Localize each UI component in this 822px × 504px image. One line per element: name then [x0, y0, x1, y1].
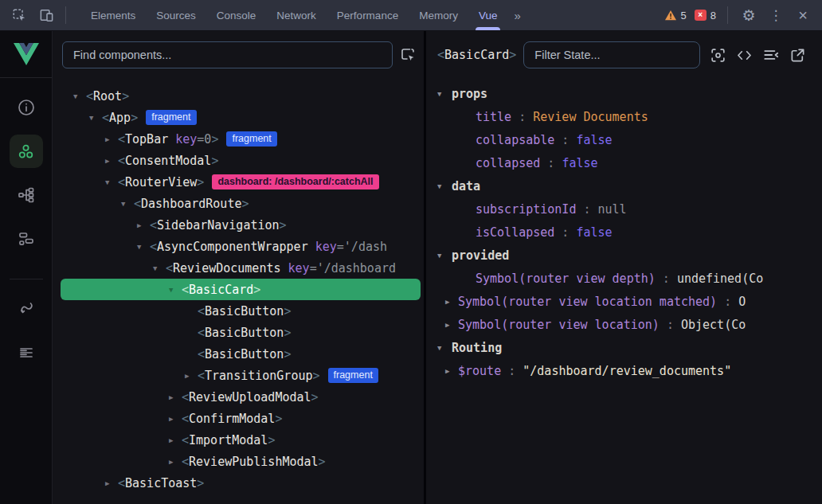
tab-network[interactable]: Network [266, 0, 327, 30]
sidebar-item-timeline[interactable] [10, 292, 43, 326]
tab-vue[interactable]: Vue [468, 0, 508, 30]
section-header-data[interactable]: ▼data [426, 174, 822, 197]
caret-down-icon[interactable]: ▼ [437, 252, 452, 260]
tree-row-RouterView[interactable]: ▼<RouterView>dashboard: /dashboard/:catc… [61, 171, 421, 193]
caret-down-icon[interactable]: ▼ [73, 92, 86, 100]
caret-down-icon[interactable]: ▼ [121, 200, 134, 208]
tab-elements[interactable]: Elements [80, 0, 146, 30]
section-header-props[interactable]: ▼props [426, 82, 822, 105]
tree-row-BasicButton[interactable]: <BasicButton> [61, 300, 421, 322]
find-components-input[interactable] [72, 48, 383, 62]
tab-memory[interactable]: Memory [409, 0, 468, 30]
state-row-collapsed[interactable]: collapsed : false [426, 151, 822, 174]
tree-row-ConfirmModal[interactable]: ▶<ConfirmModal> [61, 408, 421, 429]
state-row-title[interactable]: title : Review Documents [426, 105, 822, 128]
caret-right-icon[interactable]: ▶ [169, 393, 182, 401]
tree-row-AsyncComponentWrapper[interactable]: ▼<AsyncComponentWrapper key='/dash [61, 236, 421, 257]
caret-down-icon[interactable]: ▼ [153, 264, 166, 272]
errors-count: 8 [710, 10, 716, 21]
tab-console[interactable]: Console [206, 0, 267, 30]
caret-right-icon[interactable]: ▶ [185, 372, 198, 380]
tree-row-TopBar[interactable]: ▶<TopBar key=0>fragment [61, 128, 421, 150]
caret-right-icon[interactable]: ▶ [169, 415, 182, 423]
open-in-editor-icon[interactable] [789, 47, 806, 64]
sidebar-item-components[interactable] [10, 135, 43, 168]
tab-sources[interactable]: Sources [146, 0, 206, 30]
state-value[interactable]: O [738, 295, 746, 309]
select-component-in-page-icon[interactable] [400, 47, 416, 63]
tree-row-Root[interactable]: ▼<Root> [61, 85, 421, 107]
caret-right-icon[interactable]: ▶ [445, 321, 458, 329]
caret-down-icon[interactable]: ▼ [89, 114, 102, 122]
kebab-menu-icon[interactable]: ⋮ [766, 7, 785, 24]
state-value[interactable]: Object(Co [681, 318, 746, 332]
caret-right-icon[interactable]: ▶ [105, 135, 118, 143]
caret-right-icon[interactable]: ▶ [169, 458, 182, 466]
section-header-routing[interactable]: ▼Routing [426, 336, 822, 359]
tree-row-ReviewPublishModal[interactable]: ▶<ReviewPublishModal> [61, 451, 421, 472]
state-row-symbol-router-view-location-[interactable]: ▶Symbol(router view location) : Object(C… [426, 313, 822, 336]
state-value[interactable]: false [576, 133, 612, 147]
state-value[interactable]: undefined(Co [677, 272, 763, 286]
tree-row-ConsentModal[interactable]: ▶<ConsentModal> [61, 150, 421, 171]
tab-performance[interactable]: Performance [327, 0, 409, 30]
warnings-indicator[interactable]: 5 [664, 10, 687, 21]
tree-row-App[interactable]: ▼<App>fragment [61, 107, 421, 128]
find-components-searchbox[interactable] [62, 41, 393, 68]
inspect-dom-icon[interactable] [736, 47, 753, 64]
tree-row-ReviewDocuments[interactable]: ▼<ReviewDocuments key='/dashboard [61, 257, 421, 279]
tree-row-BasicButton[interactable]: <BasicButton> [61, 322, 421, 343]
state-row-subscriptionid[interactable]: subscriptionId : null [426, 197, 822, 221]
hierarchy-icon [17, 186, 36, 205]
caret-right-icon[interactable]: ▶ [445, 367, 458, 375]
list-icon [17, 343, 36, 362]
tree-row-DashboardRoute[interactable]: ▼<DashboardRoute> [61, 193, 421, 214]
caret-down-icon[interactable]: ▼ [137, 243, 150, 251]
component-tag: <BasicButton> [198, 304, 291, 318]
filter-state-box[interactable] [523, 41, 700, 68]
section-header-provided[interactable]: ▼provided [426, 244, 822, 267]
sidebar-item-info[interactable] [10, 91, 43, 124]
state-row-symbol-router-view-depth-[interactable]: Symbol(router view depth) : undefined(Co [426, 267, 822, 290]
state-row-collapsable[interactable]: collapsable : false [426, 128, 822, 151]
close-devtools-icon[interactable]: × [793, 6, 812, 25]
caret-down-icon[interactable]: ▼ [105, 178, 118, 186]
sidebar-item-component-tree[interactable] [10, 178, 43, 212]
settings-gear-icon[interactable]: ⚙ [739, 6, 758, 25]
sidebar-item-custom-inspector[interactable] [10, 222, 43, 256]
tree-row-SidebarNavigation[interactable]: ▶<SidebarNavigation> [61, 214, 421, 236]
state-row-$route[interactable]: ▶$route : "/dashboard/review_documents" [426, 359, 822, 382]
boxes-icon [17, 229, 36, 248]
scroll-to-component-icon[interactable] [710, 47, 726, 64]
tree-row-ReviewUploadModal[interactable]: ▶<ReviewUploadModal> [61, 386, 421, 408]
state-value[interactable]: false [562, 156, 597, 170]
caret-right-icon[interactable]: ▶ [105, 157, 118, 165]
state-value[interactable]: null [598, 202, 627, 217]
collapse-lines-icon[interactable] [762, 46, 780, 64]
caret-down-icon[interactable]: ▼ [169, 286, 182, 294]
filter-state-input[interactable] [533, 48, 691, 62]
state-value[interactable]: Review Documents [533, 110, 648, 124]
inspect-element-icon[interactable] [8, 4, 30, 26]
caret-down-icon[interactable]: ▼ [437, 90, 452, 98]
caret-right-icon[interactable]: ▶ [105, 479, 118, 487]
errors-indicator[interactable]: × 8 [695, 10, 716, 21]
tree-row-BasicButton[interactable]: <BasicButton> [61, 343, 421, 365]
state-value[interactable]: false [576, 225, 612, 240]
state-row-iscollapsed[interactable]: isCollapsed : false [426, 221, 822, 244]
caret-right-icon[interactable]: ▶ [137, 221, 150, 229]
caret-right-icon[interactable]: ▶ [445, 298, 458, 306]
tree-row-ImportModal[interactable]: ▶<ImportModal> [61, 429, 421, 451]
caret-down-icon[interactable]: ▼ [437, 344, 452, 352]
caret-down-icon[interactable]: ▼ [437, 182, 452, 190]
state-row-symbol-router-view-location-matched-[interactable]: ▶Symbol(router view location matched) : … [426, 290, 822, 313]
tree-row-BasicToast[interactable]: ▶<BasicToast> [61, 472, 421, 494]
sidebar-item-plugins[interactable] [10, 336, 43, 369]
device-toolbar-icon[interactable] [35, 4, 57, 26]
more-tabs-button[interactable]: » [507, 9, 525, 22]
tree-row-TransitionGroup[interactable]: ▶<TransitionGroup>fragment [61, 365, 421, 386]
tree-row-BasicCard[interactable]: ▼<BasicCard> [61, 279, 421, 300]
state-value[interactable]: "/dashboard/review_documents" [523, 364, 731, 378]
caret-right-icon[interactable]: ▶ [169, 436, 182, 444]
state-key: collapsed [476, 156, 540, 170]
